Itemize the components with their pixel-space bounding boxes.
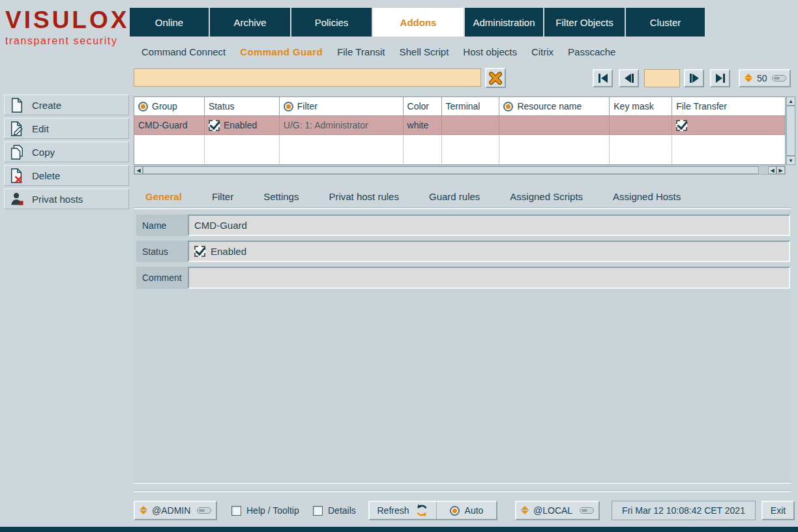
prev-page-button[interactable] <box>619 69 639 87</box>
details-toggle: Details <box>313 501 356 520</box>
cell-group[interactable]: CMD-Guard <box>134 116 205 135</box>
detail-tabs: General Filter Settings Privat host rule… <box>145 188 681 205</box>
status-label: Status <box>136 241 188 262</box>
refresh-group: Refresh Auto <box>368 501 497 520</box>
name-input[interactable] <box>188 214 790 236</box>
main-tab-archive[interactable]: Archive <box>210 8 290 37</box>
empty-cell <box>442 135 500 164</box>
page-size-select[interactable]: 50 <box>739 69 791 87</box>
detail-tab-assigned-scripts[interactable]: Assigned Scripts <box>510 191 583 202</box>
scroll-down-button[interactable]: ▼ <box>786 156 795 165</box>
main-tab-cluster[interactable]: Cluster <box>626 8 705 37</box>
subtab-shell-script[interactable]: Shell Script <box>399 46 449 57</box>
auto-radio-icon[interactable] <box>450 506 460 516</box>
auto-label: Auto <box>465 505 484 516</box>
admin-scope-select[interactable]: @ADMIN <box>134 501 217 520</box>
empty-cell <box>404 135 442 164</box>
clear-search-button[interactable] <box>485 68 506 88</box>
column-radio-icon[interactable] <box>503 102 513 111</box>
cell-status[interactable]: Enabled <box>205 116 280 135</box>
status-checked-icon[interactable] <box>209 120 220 131</box>
file-transfer-checked-icon[interactable] <box>676 120 687 131</box>
prev-page-icon-bar <box>632 74 634 83</box>
main-tab-online[interactable]: Online <box>130 8 209 37</box>
status-field[interactable]: Enabled <box>188 241 790 262</box>
subtab-passcache[interactable]: Passcache <box>568 46 615 57</box>
comment-label: Comment <box>136 267 188 289</box>
auto-refresh-toggle[interactable]: Auto <box>436 502 496 519</box>
last-page-icon-bar <box>723 74 725 83</box>
scroll-left-button-2[interactable]: ◀ <box>768 166 776 174</box>
vscroll-thumb[interactable] <box>786 106 795 156</box>
detail-tab-assigned-hosts[interactable]: Assigned Hosts <box>613 191 681 202</box>
search-input[interactable] <box>134 68 481 87</box>
local-scope-select[interactable]: @LOCAL <box>515 501 600 520</box>
help-tooltip-toggle: Help / Tooltip <box>231 501 299 520</box>
sidebar-item-create[interactable]: Create <box>4 95 129 115</box>
table-hscrollbar[interactable]: ◀ ◀ ▶ <box>134 166 786 175</box>
exit-button[interactable]: Exit <box>761 501 795 520</box>
page-number-input[interactable] <box>644 69 680 87</box>
subtab-citrix[interactable]: Citrix <box>531 46 554 57</box>
logo: VISULOX transparent security <box>5 8 129 47</box>
detail-tab-privat-host-rules[interactable]: Privat host rules <box>329 191 399 202</box>
scroll-right-button[interactable]: ▶ <box>776 166 785 174</box>
comment-input[interactable] <box>188 267 790 289</box>
detail-tab-settings[interactable]: Settings <box>263 191 299 202</box>
sidebar-item-edit[interactable]: Edit <box>4 118 129 139</box>
table-row[interactable]: CMD-Guard Enabled U/G: 1: Administrator … <box>134 116 785 135</box>
hscroll-thumb[interactable] <box>143 166 759 174</box>
cell-key-mask[interactable] <box>610 116 672 135</box>
main-tab-administration[interactable]: Administration <box>465 8 543 37</box>
col-header-color[interactable]: Color <box>404 97 442 116</box>
refresh-label: Refresh <box>377 505 409 516</box>
main-tab-filter-objects[interactable]: Filter Objects <box>544 8 625 37</box>
col-header-resource-name[interactable]: Resource name <box>499 97 610 116</box>
column-radio-icon[interactable] <box>138 102 148 111</box>
help-tooltip-checkbox[interactable] <box>231 506 241 516</box>
local-scope-value: @LOCAL <box>533 505 575 516</box>
refresh-button[interactable]: Refresh <box>370 502 436 519</box>
detail-tab-general[interactable]: General <box>145 191 182 202</box>
sidebar-item-label: Delete <box>32 170 60 181</box>
scroll-left-button[interactable]: ◀ <box>134 166 143 174</box>
subtab-host-objects[interactable]: Host objects <box>463 46 517 57</box>
scroll-up-button[interactable]: ▲ <box>786 96 795 106</box>
results-table: Group Status Filter Color Terminal Resou… <box>134 96 786 165</box>
col-header-filter[interactable]: Filter <box>280 97 404 116</box>
sidebar-item-copy[interactable]: Copy <box>4 141 129 162</box>
addons-subnav: Command Connect Command Guard File Trans… <box>141 42 615 61</box>
subtab-file-transit[interactable]: File Transit <box>337 46 385 57</box>
sidebar-item-delete[interactable]: Delete <box>4 165 129 186</box>
col-header-label: Key mask <box>613 101 653 111</box>
first-page-button[interactable] <box>593 69 613 87</box>
cell-file-transfer[interactable] <box>672 116 785 135</box>
sidebar-item-privat-hosts[interactable]: Privat hosts <box>4 188 129 209</box>
next-page-icon-bar <box>690 74 692 83</box>
subtab-command-guard[interactable]: Command Guard <box>240 46 323 57</box>
main-tab-addons[interactable]: Addons <box>373 8 464 37</box>
column-radio-icon[interactable] <box>284 102 293 111</box>
next-page-button[interactable] <box>684 69 704 87</box>
cell-resource-name[interactable] <box>499 116 610 135</box>
col-header-key-mask[interactable]: Key mask <box>610 97 672 116</box>
col-header-status[interactable]: Status <box>205 97 280 116</box>
details-checkbox[interactable] <box>313 506 323 516</box>
first-page-icon-triangle <box>601 74 608 83</box>
main-nav: Online Archive Policies Addons Administr… <box>130 8 705 37</box>
cell-color[interactable]: white <box>404 116 442 135</box>
cell-terminal[interactable] <box>442 116 500 135</box>
subtab-command-connect[interactable]: Command Connect <box>141 46 226 57</box>
last-page-button[interactable] <box>710 69 730 87</box>
detail-tab-guard-rules[interactable]: Guard rules <box>429 191 480 202</box>
main-tab-policies[interactable]: Policies <box>291 8 372 37</box>
cell-filter[interactable]: U/G: 1: Administrator <box>280 116 404 135</box>
detail-tab-filter[interactable]: Filter <box>212 191 233 202</box>
col-header-terminal[interactable]: Terminal <box>442 97 500 116</box>
status-checkbox-icon[interactable] <box>194 246 205 257</box>
col-header-label: Terminal <box>446 101 480 111</box>
col-header-file-transfer[interactable]: File Transfer <box>672 97 785 116</box>
table-vscrollbar[interactable]: ▲ ▼ <box>786 96 795 165</box>
col-header-group[interactable]: Group <box>134 97 205 116</box>
combo-grip-icon <box>580 507 594 514</box>
